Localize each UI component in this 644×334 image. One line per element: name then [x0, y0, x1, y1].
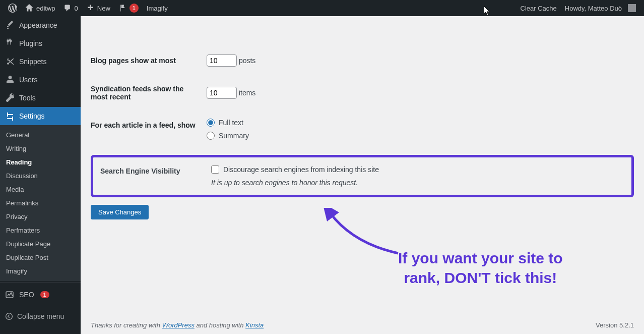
updates-link[interactable]: 1	[114, 0, 143, 16]
sidebar-item-snippets[interactable]: Snippets	[0, 52, 81, 71]
wordpress-link[interactable]: WordPress	[162, 321, 195, 329]
comments-count: 0	[75, 5, 78, 12]
submenu-media[interactable]: Media	[0, 183, 81, 196]
sliders-icon	[5, 111, 15, 121]
home-icon	[25, 4, 33, 12]
submenu-discussion[interactable]: Discussion	[0, 169, 81, 183]
plug-icon	[5, 38, 15, 48]
seo-badge: 1	[40, 291, 49, 298]
updates-count-badge: 1	[130, 4, 139, 13]
wordpress-icon	[8, 4, 17, 13]
user-account-link[interactable]: Howdy, Matteo Duò	[561, 0, 640, 16]
avatar	[628, 4, 636, 12]
new-label: New	[97, 5, 110, 12]
submenu-privacy[interactable]: Privacy	[0, 210, 81, 224]
collapse-icon	[5, 312, 13, 320]
submenu-duplicate-page[interactable]: Duplicate Page	[0, 237, 81, 251]
syndication-input[interactable]	[207, 87, 237, 99]
imagify-link[interactable]: Imagify	[143, 0, 172, 16]
collapse-menu[interactable]: Collapse menu	[0, 308, 81, 324]
scissors-icon	[5, 57, 15, 67]
wp-logo[interactable]	[4, 0, 21, 16]
brush-icon	[5, 20, 15, 30]
settings-submenu: General Writing Reading Discussion Media…	[0, 125, 81, 281]
feed-summary-radio[interactable]	[207, 132, 215, 140]
submenu-duplicate-post[interactable]: Duplicate Post	[0, 251, 81, 264]
clear-cache-link[interactable]: Clear Cache	[517, 0, 561, 16]
submenu-perfmatters[interactable]: Perfmatters	[0, 224, 81, 237]
sev-label: Search Engine Visibility	[95, 159, 205, 193]
user-icon	[5, 75, 15, 85]
syndication-label: Syndication feeds show the most recent	[91, 75, 202, 111]
sev-checkbox[interactable]	[211, 165, 219, 174]
kinsta-link[interactable]: Kinsta	[245, 321, 264, 329]
new-content-link[interactable]: New	[82, 0, 114, 16]
save-button[interactable]: Save Changes	[91, 205, 149, 219]
sev-note: It is up to search engines to honor this…	[211, 179, 624, 187]
sidebar-item-plugins[interactable]: Plugins	[0, 34, 81, 52]
footer: Thanks for creating with WordPress and h…	[91, 321, 634, 329]
comments-link[interactable]: 0	[59, 0, 82, 16]
wrench-icon	[5, 93, 15, 103]
comment-icon	[63, 4, 72, 12]
site-name-link[interactable]: editwp	[21, 0, 59, 16]
submenu-general[interactable]: General	[0, 128, 81, 142]
sidebar-item-seo[interactable]: SEO 1	[0, 286, 81, 304]
submenu-reading[interactable]: Reading	[0, 155, 81, 169]
blog-pages-input[interactable]	[207, 54, 237, 67]
sidebar-separator-2	[0, 305, 81, 307]
seo-icon	[5, 290, 15, 300]
sidebar-item-tools[interactable]: Tools	[0, 89, 81, 107]
flag-icon	[118, 4, 126, 12]
feed-full-radio[interactable]	[207, 119, 215, 127]
admin-bar: editwp 0 New 1 Imagify Clear Cache	[0, 0, 644, 16]
submenu-imagify[interactable]: Imagify	[0, 264, 81, 278]
sidebar-item-users[interactable]: Users	[0, 71, 81, 89]
submenu-permalinks[interactable]: Permalinks	[0, 196, 81, 210]
sidebar-item-settings[interactable]: Settings	[0, 107, 81, 125]
imagify-label: Imagify	[147, 5, 168, 12]
admin-sidebar: Appearance Plugins Snippets Users Tools …	[0, 16, 81, 334]
howdy-text: Howdy, Matteo Duò	[565, 5, 622, 12]
feed-summary-label: Summary	[219, 132, 249, 140]
feed-label: For each article in a feed, show	[91, 111, 202, 152]
sev-checkbox-label: Discourage search engines from indexing …	[223, 165, 379, 174]
settings-form-table: Blog pages show at most posts Syndicatio…	[91, 46, 634, 152]
annotation-arrow	[323, 208, 403, 258]
site-name-text: editwp	[36, 5, 55, 12]
sidebar-item-appearance[interactable]: Appearance	[0, 16, 81, 34]
feed-full-label: Full text	[219, 119, 243, 127]
annotation-text: If you want your site to rank, DON'T tic…	[398, 248, 563, 288]
sidebar-separator	[0, 282, 81, 285]
search-visibility-highlight: Search Engine Visibility Discourage sear…	[91, 155, 634, 197]
svg-point-1	[6, 313, 13, 320]
posts-suffix: posts	[239, 57, 255, 65]
blog-pages-label: Blog pages show at most	[91, 46, 202, 75]
submenu-writing[interactable]: Writing	[0, 142, 81, 155]
items-suffix: items	[239, 89, 255, 97]
version-text: Version 5.2.1	[596, 321, 634, 329]
content-area: Blog pages show at most posts Syndicatio…	[81, 16, 644, 334]
plus-icon	[86, 4, 94, 12]
